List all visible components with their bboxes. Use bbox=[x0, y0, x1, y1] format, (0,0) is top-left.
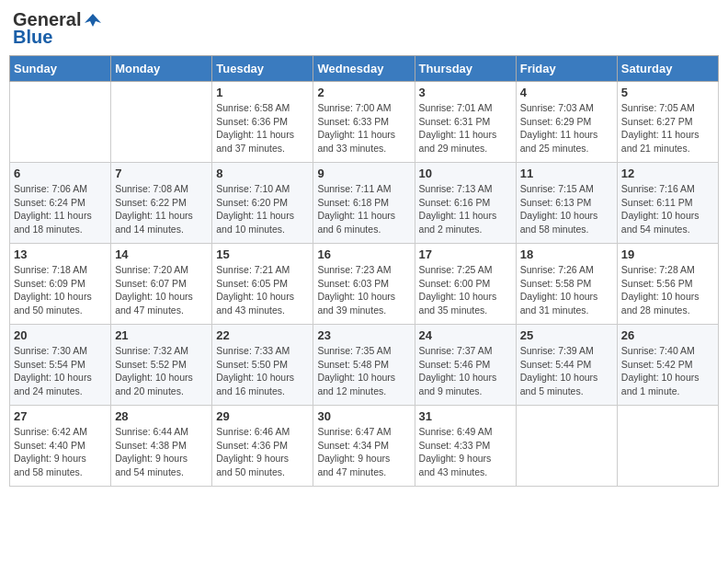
calendar-cell: 3Sunrise: 7:01 AM Sunset: 6:31 PM Daylig… bbox=[415, 82, 516, 163]
day-info: Sunrise: 6:46 AM Sunset: 4:36 PM Dayligh… bbox=[216, 425, 309, 479]
day-number: 11 bbox=[520, 167, 613, 180]
calendar-cell: 9Sunrise: 7:11 AM Sunset: 6:18 PM Daylig… bbox=[313, 163, 415, 244]
calendar-cell: 7Sunrise: 7:08 AM Sunset: 6:22 PM Daylig… bbox=[111, 163, 212, 244]
day-number: 14 bbox=[115, 247, 208, 261]
calendar-cell: 15Sunrise: 7:21 AM Sunset: 6:05 PM Dayli… bbox=[212, 244, 313, 325]
day-info: Sunrise: 6:58 AM Sunset: 6:36 PM Dayligh… bbox=[216, 101, 309, 155]
day-number: 10 bbox=[419, 167, 512, 180]
day-number: 12 bbox=[621, 167, 714, 180]
week-row-3: 13Sunrise: 7:18 AM Sunset: 6:09 PM Dayli… bbox=[10, 244, 719, 325]
day-info: Sunrise: 7:30 AM Sunset: 5:54 PM Dayligh… bbox=[14, 344, 107, 398]
day-info: Sunrise: 7:39 AM Sunset: 5:44 PM Dayligh… bbox=[520, 344, 613, 398]
calendar-cell: 1Sunrise: 6:58 AM Sunset: 6:36 PM Daylig… bbox=[212, 82, 313, 163]
day-number: 16 bbox=[317, 247, 410, 261]
calendar-cell: 19Sunrise: 7:28 AM Sunset: 5:56 PM Dayli… bbox=[617, 244, 718, 325]
calendar-cell: 20Sunrise: 7:30 AM Sunset: 5:54 PM Dayli… bbox=[10, 325, 111, 406]
day-info: Sunrise: 7:13 AM Sunset: 6:16 PM Dayligh… bbox=[419, 182, 512, 236]
calendar-cell: 6Sunrise: 7:06 AM Sunset: 6:24 PM Daylig… bbox=[10, 163, 111, 244]
day-number: 20 bbox=[14, 328, 107, 342]
day-number: 7 bbox=[115, 167, 208, 180]
day-number: 25 bbox=[520, 328, 613, 342]
day-info: Sunrise: 7:28 AM Sunset: 5:56 PM Dayligh… bbox=[621, 263, 714, 317]
weekday-header-sunday: Sunday bbox=[10, 56, 111, 82]
weekday-header-row: SundayMondayTuesdayWednesdayThursdayFrid… bbox=[10, 56, 719, 82]
calendar-cell: 28Sunrise: 6:44 AM Sunset: 4:38 PM Dayli… bbox=[111, 406, 212, 487]
week-row-5: 27Sunrise: 6:42 AM Sunset: 4:40 PM Dayli… bbox=[10, 406, 719, 487]
day-info: Sunrise: 6:42 AM Sunset: 4:40 PM Dayligh… bbox=[14, 425, 107, 479]
day-number: 15 bbox=[216, 247, 309, 261]
calendar: SundayMondayTuesdayWednesdayThursdayFrid… bbox=[9, 55, 719, 487]
day-info: Sunrise: 6:49 AM Sunset: 4:33 PM Dayligh… bbox=[419, 425, 512, 479]
calendar-cell bbox=[111, 82, 212, 163]
day-info: Sunrise: 7:11 AM Sunset: 6:18 PM Dayligh… bbox=[317, 182, 410, 236]
day-number: 27 bbox=[14, 409, 107, 423]
day-info: Sunrise: 7:37 AM Sunset: 5:46 PM Dayligh… bbox=[419, 344, 512, 398]
week-row-2: 6Sunrise: 7:06 AM Sunset: 6:24 PM Daylig… bbox=[10, 163, 719, 244]
weekday-header-tuesday: Tuesday bbox=[212, 56, 313, 82]
day-info: Sunrise: 6:44 AM Sunset: 4:38 PM Dayligh… bbox=[115, 425, 208, 479]
day-number: 5 bbox=[621, 86, 714, 99]
calendar-cell bbox=[516, 406, 617, 487]
day-number: 23 bbox=[317, 328, 410, 342]
calendar-cell: 11Sunrise: 7:15 AM Sunset: 6:13 PM Dayli… bbox=[516, 163, 617, 244]
calendar-cell: 30Sunrise: 6:47 AM Sunset: 4:34 PM Dayli… bbox=[313, 406, 415, 487]
calendar-cell: 23Sunrise: 7:35 AM Sunset: 5:48 PM Dayli… bbox=[313, 325, 415, 406]
logo-blue-text: Blue bbox=[13, 27, 52, 48]
day-info: Sunrise: 6:47 AM Sunset: 4:34 PM Dayligh… bbox=[317, 425, 410, 479]
calendar-cell: 18Sunrise: 7:26 AM Sunset: 5:58 PM Dayli… bbox=[516, 244, 617, 325]
day-info: Sunrise: 7:40 AM Sunset: 5:42 PM Dayligh… bbox=[621, 344, 714, 398]
header: General Blue bbox=[9, 9, 719, 48]
day-info: Sunrise: 7:15 AM Sunset: 6:13 PM Dayligh… bbox=[520, 182, 613, 236]
week-row-4: 20Sunrise: 7:30 AM Sunset: 5:54 PM Dayli… bbox=[10, 325, 719, 406]
logo-bird-icon bbox=[83, 10, 103, 30]
day-number: 30 bbox=[317, 409, 410, 423]
calendar-cell: 2Sunrise: 7:00 AM Sunset: 6:33 PM Daylig… bbox=[313, 82, 415, 163]
day-number: 19 bbox=[621, 247, 714, 261]
calendar-cell: 12Sunrise: 7:16 AM Sunset: 6:11 PM Dayli… bbox=[617, 163, 718, 244]
day-number: 24 bbox=[419, 328, 512, 342]
calendar-cell: 29Sunrise: 6:46 AM Sunset: 4:36 PM Dayli… bbox=[212, 406, 313, 487]
day-info: Sunrise: 7:26 AM Sunset: 5:58 PM Dayligh… bbox=[520, 263, 613, 317]
calendar-cell: 13Sunrise: 7:18 AM Sunset: 6:09 PM Dayli… bbox=[10, 244, 111, 325]
day-info: Sunrise: 7:20 AM Sunset: 6:07 PM Dayligh… bbox=[115, 263, 208, 317]
day-number: 8 bbox=[216, 167, 309, 180]
calendar-cell: 10Sunrise: 7:13 AM Sunset: 6:16 PM Dayli… bbox=[415, 163, 516, 244]
day-number: 6 bbox=[14, 167, 107, 180]
day-info: Sunrise: 7:25 AM Sunset: 6:00 PM Dayligh… bbox=[419, 263, 512, 317]
day-number: 28 bbox=[115, 409, 208, 423]
day-info: Sunrise: 7:32 AM Sunset: 5:52 PM Dayligh… bbox=[115, 344, 208, 398]
day-info: Sunrise: 7:16 AM Sunset: 6:11 PM Dayligh… bbox=[621, 182, 714, 236]
day-info: Sunrise: 7:33 AM Sunset: 5:50 PM Dayligh… bbox=[216, 344, 309, 398]
day-number: 3 bbox=[419, 86, 512, 99]
svg-marker-0 bbox=[85, 14, 101, 27]
weekday-header-thursday: Thursday bbox=[415, 56, 516, 82]
day-info: Sunrise: 7:01 AM Sunset: 6:31 PM Dayligh… bbox=[419, 101, 512, 155]
day-number: 2 bbox=[317, 86, 410, 99]
day-info: Sunrise: 7:05 AM Sunset: 6:27 PM Dayligh… bbox=[621, 101, 714, 155]
calendar-cell: 16Sunrise: 7:23 AM Sunset: 6:03 PM Dayli… bbox=[313, 244, 415, 325]
calendar-cell: 26Sunrise: 7:40 AM Sunset: 5:42 PM Dayli… bbox=[617, 325, 718, 406]
calendar-cell: 5Sunrise: 7:05 AM Sunset: 6:27 PM Daylig… bbox=[617, 82, 718, 163]
calendar-cell: 25Sunrise: 7:39 AM Sunset: 5:44 PM Dayli… bbox=[516, 325, 617, 406]
day-info: Sunrise: 7:10 AM Sunset: 6:20 PM Dayligh… bbox=[216, 182, 309, 236]
day-number: 31 bbox=[419, 409, 512, 423]
day-number: 13 bbox=[14, 247, 107, 261]
calendar-cell: 27Sunrise: 6:42 AM Sunset: 4:40 PM Dayli… bbox=[10, 406, 111, 487]
weekday-header-wednesday: Wednesday bbox=[313, 56, 415, 82]
calendar-cell bbox=[617, 406, 718, 487]
calendar-cell: 22Sunrise: 7:33 AM Sunset: 5:50 PM Dayli… bbox=[212, 325, 313, 406]
day-info: Sunrise: 7:35 AM Sunset: 5:48 PM Dayligh… bbox=[317, 344, 410, 398]
day-number: 4 bbox=[520, 86, 613, 99]
day-info: Sunrise: 7:06 AM Sunset: 6:24 PM Dayligh… bbox=[14, 182, 107, 236]
weekday-header-saturday: Saturday bbox=[617, 56, 718, 82]
calendar-cell: 4Sunrise: 7:03 AM Sunset: 6:29 PM Daylig… bbox=[516, 82, 617, 163]
calendar-cell: 31Sunrise: 6:49 AM Sunset: 4:33 PM Dayli… bbox=[415, 406, 516, 487]
logo: General Blue bbox=[13, 9, 103, 48]
calendar-cell: 8Sunrise: 7:10 AM Sunset: 6:20 PM Daylig… bbox=[212, 163, 313, 244]
week-row-1: 1Sunrise: 6:58 AM Sunset: 6:36 PM Daylig… bbox=[10, 82, 719, 163]
calendar-cell: 21Sunrise: 7:32 AM Sunset: 5:52 PM Dayli… bbox=[111, 325, 212, 406]
day-number: 21 bbox=[115, 328, 208, 342]
day-info: Sunrise: 7:21 AM Sunset: 6:05 PM Dayligh… bbox=[216, 263, 309, 317]
day-number: 9 bbox=[317, 167, 410, 180]
day-number: 29 bbox=[216, 409, 309, 423]
